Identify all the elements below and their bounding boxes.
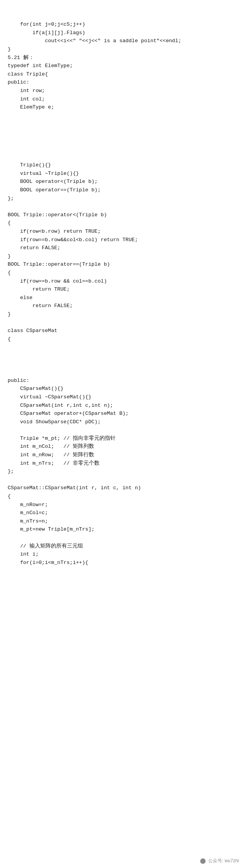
code-line [8, 112, 237, 120]
code-line: m_nRow=r; [8, 501, 237, 509]
code-line: if(row<b.row) return TRUE; [8, 227, 237, 236]
code-line: { [8, 219, 237, 227]
wechat-icon [200, 858, 206, 864]
code-block: for(int j=0;j<cS;j++) if(a[i][j].Flags) … [0, 0, 245, 590]
code-line: int row; [8, 87, 237, 95]
code-line: return FALSE; [8, 302, 237, 310]
code-line: m_pt=new Triple[m_nTrs]; [8, 525, 237, 534]
code-line: int col; [8, 95, 237, 104]
code-line: if(row==b.row&&col<b.col) return TRUE; [8, 236, 237, 244]
code-line [8, 426, 237, 434]
code-line: cout<<i<<" "<<j<<" is a saddle point"<<e… [8, 37, 237, 45]
code-line: }; [8, 194, 237, 203]
code-line: }; [8, 467, 237, 476]
code-line: ElemType e; [8, 103, 237, 112]
code-line [8, 476, 237, 484]
code-line: for(int j=0;j<cS;j++) [8, 20, 237, 29]
code-line: m_nTrs=n; [8, 517, 237, 526]
code-line [8, 120, 237, 128]
code-line: class CSparseMat [8, 327, 237, 335]
code-line: int m_nTrs; // 非零元个数 [8, 459, 237, 468]
code-line: public: [8, 78, 237, 87]
code-line: CSparseMat operator+(CSparseMat B); [8, 409, 237, 418]
code-line: CSparseMat(int r,int c,int n); [8, 401, 237, 410]
code-line: BOOL operator==(Triple b); [8, 186, 237, 194]
code-line [8, 136, 237, 145]
code-line: { [8, 335, 237, 344]
code-line [8, 145, 237, 153]
code-line: BOOL Triple::operator==(Triple b) [8, 260, 237, 269]
code-line: Triple(){} [8, 161, 237, 169]
code-line: virtual ~CSparseMat(){} [8, 393, 237, 401]
code-line: typedef int ElemType; [8, 62, 237, 70]
code-line: int i; [8, 550, 237, 559]
code-line [8, 534, 237, 542]
code-line: // 输入矩阵的所有三元组 [8, 542, 237, 551]
code-line: CSparseMat(){} [8, 385, 237, 393]
code-line: BOOL Triple::operator<(Triple b) [8, 211, 237, 219]
code-line: else [8, 294, 237, 302]
code-line: public: [8, 376, 237, 385]
code-line: return TRUE; [8, 285, 237, 294]
code-line: Triple *m_pt; // 指向非零元的指针 [8, 434, 237, 443]
code-line: 5.21 解： [8, 54, 237, 62]
code-line: virtual ~Triple(){} [8, 169, 237, 178]
code-line [8, 153, 237, 161]
code-line [8, 319, 237, 327]
code-line: int m_nRow; // 矩阵行数 [8, 451, 237, 459]
code-line: for(i=0;i<m_nTrs;i++){ [8, 559, 237, 567]
code-line: return FALSE; [8, 244, 237, 252]
code-line [8, 343, 237, 352]
code-line [8, 352, 237, 360]
code-line: CSparseMat::CSparseMat(int r, int c, int… [8, 484, 237, 492]
code-line: m_nCol=c; [8, 509, 237, 517]
code-line: if(row==b.row && col==b.col) [8, 277, 237, 286]
code-line: { [8, 492, 237, 501]
code-line [8, 360, 237, 368]
code-line [8, 202, 237, 211]
footer-text: 公众号: wu7zhi [208, 858, 239, 863]
code-line: } [8, 310, 237, 319]
code-line [8, 368, 237, 376]
code-line: int m_nCol; // 矩阵列数 [8, 442, 237, 451]
code-line: } [8, 252, 237, 261]
code-line: } [8, 45, 237, 54]
footer: 公众号: wu7zhi [200, 858, 239, 864]
code-line: void ShowSparse(CDC* pDC); [8, 418, 237, 426]
code-line [8, 128, 237, 136]
code-line: BOOL operator<(Triple b); [8, 178, 237, 186]
code-line: { [8, 269, 237, 277]
code-line: class Triple{ [8, 70, 237, 79]
code-line: if(a[i][j].Flags) [8, 29, 237, 37]
